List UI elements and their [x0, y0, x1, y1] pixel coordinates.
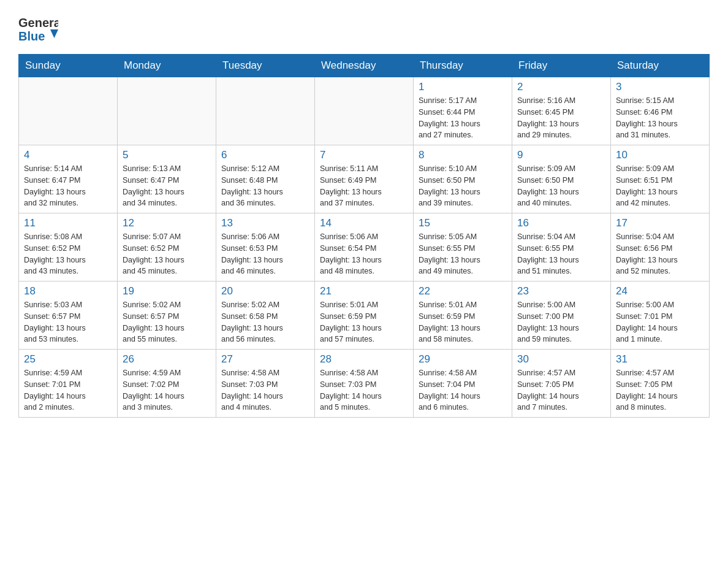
- weekday-header-saturday: Saturday: [611, 55, 710, 77]
- day-number: 22: [419, 285, 507, 297]
- calendar-cell: 25Sunrise: 4:59 AMSunset: 7:01 PMDayligh…: [19, 350, 118, 418]
- calendar-week-row: 18Sunrise: 5:03 AMSunset: 6:57 PMDayligh…: [19, 282, 710, 350]
- day-number: 19: [123, 285, 211, 297]
- day-info: Sunrise: 5:16 AMSunset: 6:45 PMDaylight:…: [517, 95, 605, 141]
- calendar-cell: 10Sunrise: 5:09 AMSunset: 6:51 PMDayligh…: [611, 145, 710, 213]
- day-info: Sunrise: 5:13 AMSunset: 6:47 PMDaylight:…: [123, 163, 211, 209]
- calendar-week-row: 25Sunrise: 4:59 AMSunset: 7:01 PMDayligh…: [19, 350, 710, 418]
- day-number: 6: [221, 149, 309, 161]
- day-info: Sunrise: 5:08 AMSunset: 6:52 PMDaylight:…: [24, 231, 112, 277]
- svg-text:General: General: [18, 16, 58, 29]
- day-info: Sunrise: 5:15 AMSunset: 6:46 PMDaylight:…: [616, 95, 704, 141]
- calendar-cell: 15Sunrise: 5:05 AMSunset: 6:55 PMDayligh…: [414, 213, 512, 282]
- day-info: Sunrise: 5:10 AMSunset: 6:50 PMDaylight:…: [419, 163, 507, 209]
- calendar-cell: 19Sunrise: 5:02 AMSunset: 6:57 PMDayligh…: [118, 282, 216, 350]
- calendar-cell: 7Sunrise: 5:11 AMSunset: 6:49 PMDaylight…: [315, 145, 414, 213]
- day-info: Sunrise: 5:14 AMSunset: 6:47 PMDaylight:…: [24, 163, 112, 209]
- day-info: Sunrise: 5:00 AMSunset: 7:00 PMDaylight:…: [517, 299, 605, 345]
- calendar-cell: 2Sunrise: 5:16 AMSunset: 6:45 PMDaylight…: [512, 77, 611, 145]
- day-info: Sunrise: 5:06 AMSunset: 6:53 PMDaylight:…: [221, 231, 309, 277]
- day-number: 18: [24, 285, 112, 297]
- day-number: 4: [24, 149, 112, 161]
- day-info: Sunrise: 5:00 AMSunset: 7:01 PMDaylight:…: [616, 299, 704, 345]
- page-header: General Blue: [18, 12, 710, 48]
- calendar-cell: [118, 77, 216, 145]
- day-number: 23: [517, 285, 605, 297]
- calendar-cell: 1Sunrise: 5:17 AMSunset: 6:44 PMDaylight…: [414, 77, 512, 145]
- day-number: 16: [517, 217, 605, 229]
- svg-text:Blue: Blue: [18, 29, 45, 43]
- calendar-cell: 28Sunrise: 4:58 AMSunset: 7:03 PMDayligh…: [315, 350, 414, 418]
- day-info: Sunrise: 4:59 AMSunset: 7:01 PMDaylight:…: [24, 367, 112, 413]
- svg-marker-2: [50, 29, 58, 38]
- weekday-header-sunday: Sunday: [19, 55, 118, 77]
- calendar-cell: 13Sunrise: 5:06 AMSunset: 6:53 PMDayligh…: [216, 213, 315, 282]
- day-info: Sunrise: 5:17 AMSunset: 6:44 PMDaylight:…: [419, 95, 507, 141]
- calendar-cell: 3Sunrise: 5:15 AMSunset: 6:46 PMDaylight…: [611, 77, 710, 145]
- day-number: 10: [616, 149, 704, 161]
- calendar-header-row: SundayMondayTuesdayWednesdayThursdayFrid…: [19, 55, 710, 77]
- calendar-cell: 9Sunrise: 5:09 AMSunset: 6:50 PMDaylight…: [512, 145, 611, 213]
- day-number: 8: [419, 149, 507, 161]
- calendar-cell: 17Sunrise: 5:04 AMSunset: 6:56 PMDayligh…: [611, 213, 710, 282]
- day-number: 25: [24, 353, 112, 366]
- day-info: Sunrise: 5:04 AMSunset: 6:55 PMDaylight:…: [517, 231, 605, 277]
- day-number: 20: [221, 285, 309, 297]
- day-info: Sunrise: 5:04 AMSunset: 6:56 PMDaylight:…: [616, 231, 704, 277]
- day-number: 15: [419, 217, 507, 229]
- day-info: Sunrise: 5:06 AMSunset: 6:54 PMDaylight:…: [320, 231, 408, 277]
- day-info: Sunrise: 5:01 AMSunset: 6:59 PMDaylight:…: [419, 299, 507, 345]
- day-number: 13: [221, 217, 309, 229]
- day-number: 12: [123, 217, 211, 229]
- day-info: Sunrise: 5:02 AMSunset: 6:57 PMDaylight:…: [123, 299, 211, 345]
- calendar-cell: 6Sunrise: 5:12 AMSunset: 6:48 PMDaylight…: [216, 145, 315, 213]
- calendar-cell: 26Sunrise: 4:59 AMSunset: 7:02 PMDayligh…: [118, 350, 216, 418]
- day-info: Sunrise: 4:59 AMSunset: 7:02 PMDaylight:…: [123, 367, 211, 413]
- day-number: 14: [320, 217, 408, 229]
- day-info: Sunrise: 5:02 AMSunset: 6:58 PMDaylight:…: [221, 299, 309, 345]
- calendar-cell: [19, 77, 118, 145]
- calendar-cell: 11Sunrise: 5:08 AMSunset: 6:52 PMDayligh…: [19, 213, 118, 282]
- calendar-cell: 14Sunrise: 5:06 AMSunset: 6:54 PMDayligh…: [315, 213, 414, 282]
- calendar-cell: 31Sunrise: 4:57 AMSunset: 7:05 PMDayligh…: [611, 350, 710, 418]
- weekday-header-thursday: Thursday: [414, 55, 512, 77]
- day-number: 2: [517, 81, 605, 93]
- day-number: 5: [123, 149, 211, 161]
- calendar-cell: 22Sunrise: 5:01 AMSunset: 6:59 PMDayligh…: [414, 282, 512, 350]
- calendar-cell: [216, 77, 315, 145]
- day-number: 28: [320, 353, 408, 366]
- day-number: 24: [616, 285, 704, 297]
- day-number: 21: [320, 285, 408, 297]
- day-number: 29: [419, 353, 507, 366]
- day-number: 9: [517, 149, 605, 161]
- calendar-table: SundayMondayTuesdayWednesdayThursdayFrid…: [18, 54, 710, 418]
- day-info: Sunrise: 4:58 AMSunset: 7:03 PMDaylight:…: [320, 367, 408, 413]
- day-info: Sunrise: 4:58 AMSunset: 7:03 PMDaylight:…: [221, 367, 309, 413]
- weekday-header-friday: Friday: [512, 55, 611, 77]
- calendar-cell: 21Sunrise: 5:01 AMSunset: 6:59 PMDayligh…: [315, 282, 414, 350]
- logo: General Blue: [18, 12, 58, 48]
- calendar-cell: 29Sunrise: 4:58 AMSunset: 7:04 PMDayligh…: [414, 350, 512, 418]
- day-info: Sunrise: 4:57 AMSunset: 7:05 PMDaylight:…: [616, 367, 704, 413]
- calendar-cell: 20Sunrise: 5:02 AMSunset: 6:58 PMDayligh…: [216, 282, 315, 350]
- day-info: Sunrise: 5:09 AMSunset: 6:50 PMDaylight:…: [517, 163, 605, 209]
- calendar-cell: 16Sunrise: 5:04 AMSunset: 6:55 PMDayligh…: [512, 213, 611, 282]
- weekday-header-wednesday: Wednesday: [315, 55, 414, 77]
- day-number: 1: [419, 81, 507, 93]
- day-info: Sunrise: 4:58 AMSunset: 7:04 PMDaylight:…: [419, 367, 507, 413]
- calendar-cell: 5Sunrise: 5:13 AMSunset: 6:47 PMDaylight…: [118, 145, 216, 213]
- day-number: 17: [616, 217, 704, 229]
- calendar-cell: 4Sunrise: 5:14 AMSunset: 6:47 PMDaylight…: [19, 145, 118, 213]
- day-number: 27: [221, 353, 309, 366]
- day-info: Sunrise: 5:09 AMSunset: 6:51 PMDaylight:…: [616, 163, 704, 209]
- calendar-cell: [315, 77, 414, 145]
- day-number: 11: [24, 217, 112, 229]
- day-number: 30: [517, 353, 605, 366]
- calendar-cell: 8Sunrise: 5:10 AMSunset: 6:50 PMDaylight…: [414, 145, 512, 213]
- calendar-cell: 27Sunrise: 4:58 AMSunset: 7:03 PMDayligh…: [216, 350, 315, 418]
- day-number: 3: [616, 81, 704, 93]
- day-info: Sunrise: 5:01 AMSunset: 6:59 PMDaylight:…: [320, 299, 408, 345]
- day-info: Sunrise: 5:03 AMSunset: 6:57 PMDaylight:…: [24, 299, 112, 345]
- calendar-cell: 18Sunrise: 5:03 AMSunset: 6:57 PMDayligh…: [19, 282, 118, 350]
- day-number: 7: [320, 149, 408, 161]
